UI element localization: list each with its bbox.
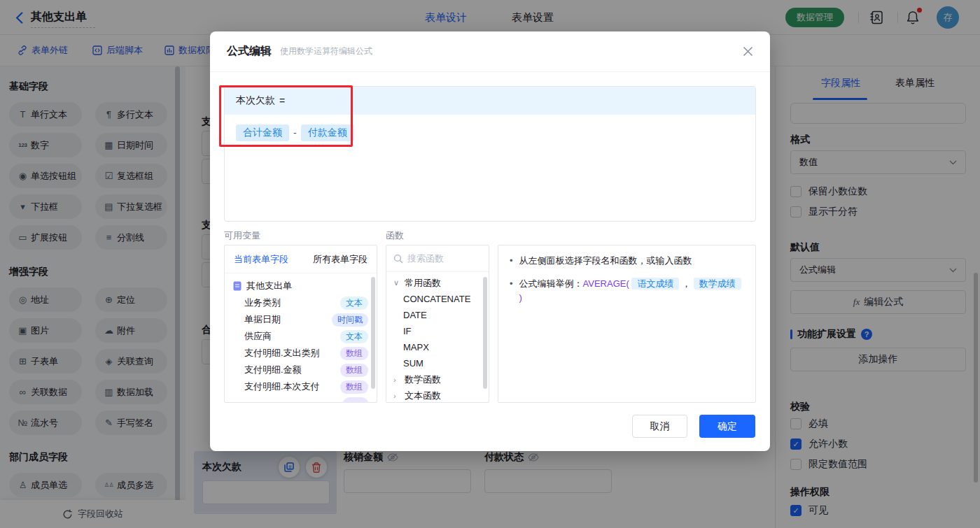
equals-sign: = [279,95,285,106]
chevron-right-icon: › [393,392,400,400]
variable-name: 业务类别 [244,297,281,309]
type-badge: 时间戳 [332,313,368,327]
formula-target: 本次欠款 [236,94,275,107]
function-item[interactable]: CONCATENATE [386,291,489,307]
function-group-common[interactable]: ∨ 常用函数 [386,275,489,291]
variable-rows: 业务类别 文本 单据日期 时间戳 供应商 文本 [225,294,377,395]
function-items: CONCATENATE DATE IF MAPX [386,291,489,371]
help-tip-1: • 从左侧面板选择字段名和函数，或输入函数 [510,254,744,268]
bullet: • [510,254,513,268]
chevron-right-icon: › [393,376,400,384]
form-designer-app: 其他支出单 表单设计 表单设置 数据管理 存 表单外链 后端脚本 数据权限 预览 [0,0,980,528]
variables-tabs: 当前表单字段 所有表单字段 [225,245,377,273]
function-item[interactable]: IF [386,323,489,339]
formula-edit-modal: 公式编辑 使用数学运算符编辑公式 本次欠款 = 合计金额 - 付款金额 [210,31,770,451]
modal-subtitle: 使用数学运算符编辑公式 [280,45,372,57]
document-icon [233,281,241,291]
variables-scrollbar[interactable] [371,277,375,389]
variable-row[interactable]: 供应商 文本 [225,328,377,345]
formula-editor[interactable]: 本次欠款 = 合计金额 - 付款金额 [224,86,756,222]
variable-row[interactable]: 业务类别 文本 [225,294,377,311]
function-item[interactable]: SUM [386,355,489,371]
type-badge: 数组 [340,380,368,394]
formula-token[interactable]: 合计金额 [236,124,289,141]
variable-name: 支付明细.本次支付 [244,380,320,393]
type-badge: 文本 [340,297,368,310]
function-list: ∨ 常用函数 CONCATENATE DATE [386,272,489,403]
type-badge [343,397,368,403]
formula-expression[interactable]: 合计金额 - 付款金额 [225,115,755,151]
functions-label: 函数 [386,229,404,242]
variable-name: 单据日期 [244,313,281,326]
variable-name: 供应商 [244,330,272,343]
help-panel: • 从左侧面板选择字段名和函数，或输入函数 • 公式编辑举例：AVERAGE( … [498,245,756,403]
variable-row-clipped[interactable] [225,395,377,403]
function-item[interactable]: MAPX [386,339,489,355]
close-icon[interactable] [743,46,753,57]
function-item[interactable]: DATE [386,307,489,323]
function-group-text[interactable]: › 文本函数 [386,387,489,403]
variables-panel: 当前表单字段 所有表单字段 其他支出单 业务类别 文本 [224,245,377,403]
chevron-down-icon: ∨ [393,278,400,287]
function-group-math[interactable]: › 数学函数 [386,371,489,387]
modal-header: 公式编辑 使用数学运算符编辑公式 [210,31,770,72]
variable-row[interactable]: 单据日期 时间戳 [225,311,377,328]
formula-token[interactable]: - [293,127,297,138]
type-badge: 数组 [340,347,368,360]
confirm-button[interactable]: 确定 [699,415,755,438]
example-field-chip: 语文成绩 [631,278,679,290]
modal-title: 公式编辑 [227,44,272,59]
example-function: AVERAGE( [583,278,629,289]
tree-root-form[interactable]: 其他支出单 [225,278,377,294]
example-field-chip: 数学成绩 [694,278,741,290]
variables-tree: 其他支出单 业务类别 文本 单据日期 时间戳 [225,273,377,403]
formula-target-row: 本次欠款 = [225,87,755,115]
variable-name: 支付明细.金额 [244,364,302,376]
tab-current-form-fields[interactable]: 当前表单字段 [234,253,288,266]
tab-all-form-fields[interactable]: 所有表单字段 [313,253,368,266]
search-placeholder: 搜索函数 [407,252,444,265]
tree-root-label: 其他支出单 [246,280,292,292]
variable-row[interactable]: 支付明细.本次支付 数组 [225,378,377,395]
variables-label: 可用变量 [224,229,260,242]
variable-row[interactable]: 支付明细.金额 数组 [225,362,377,378]
variable-name: 支付明细.支出类别 [244,347,320,359]
function-search[interactable]: 搜索函数 [386,245,489,272]
variable-row[interactable]: 支付明细.支出类别 数组 [225,345,377,362]
help-tip-2: • 公式编辑举例：AVERAGE( 语文成绩 ， 数学成绩 ) [510,277,744,305]
example-function-close: ) [519,292,522,303]
cancel-button[interactable]: 取消 [632,415,687,438]
functions-scrollbar[interactable] [483,277,487,389]
type-badge: 文本 [340,330,368,343]
search-icon [393,254,403,264]
bullet: • [510,277,513,291]
formula-token[interactable]: 付款金额 [301,124,354,141]
type-badge: 数组 [340,364,368,377]
functions-panel: 搜索函数 ∨ 常用函数 CONCATENATE DATE [386,245,489,403]
